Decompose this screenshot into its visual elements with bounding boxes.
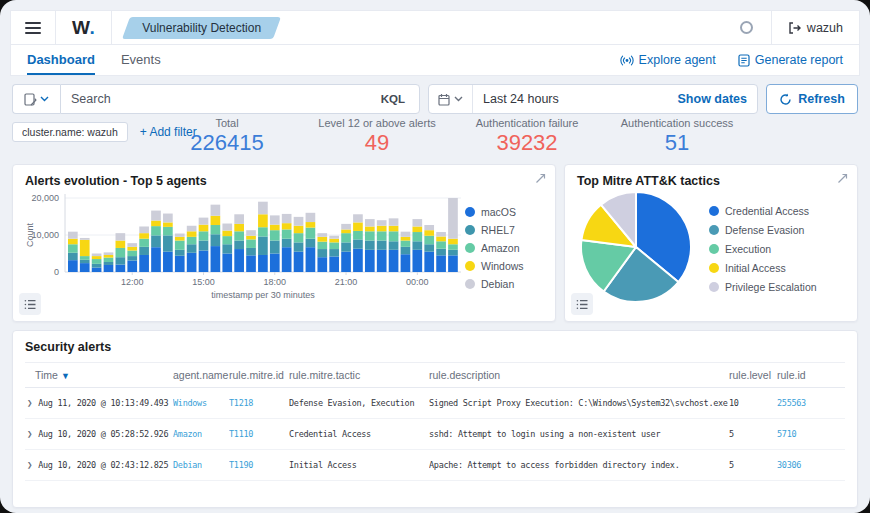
legend-item[interactable]: Debian	[465, 278, 543, 290]
bar-segment[interactable]	[104, 262, 114, 265]
cell-rule-id[interactable]: 255563	[777, 398, 845, 408]
cell-mitre-id[interactable]: T1110	[229, 429, 289, 439]
mitre-tactics-pie-chart[interactable]	[577, 188, 695, 306]
bar-segment[interactable]	[127, 247, 137, 251]
bar-segment[interactable]	[211, 225, 221, 234]
legend-item[interactable]: Privilege Escalation	[709, 281, 845, 293]
bar-segment[interactable]	[258, 202, 268, 215]
bar-segment[interactable]	[270, 241, 280, 254]
bar-segment[interactable]	[294, 233, 304, 242]
bar-segment[interactable]	[389, 226, 399, 232]
bar-segment[interactable]	[68, 232, 78, 239]
cell-agent-name-value[interactable]: Amazon	[173, 429, 202, 439]
bar-segment[interactable]	[234, 241, 244, 250]
bar-segment[interactable]	[329, 256, 339, 272]
bar-segment[interactable]	[151, 211, 161, 221]
bar-segment[interactable]	[116, 248, 126, 257]
bar-segment[interactable]	[234, 249, 244, 272]
bar-segment[interactable]	[211, 205, 221, 216]
bar-segment[interactable]	[175, 241, 185, 250]
expand-row-icon[interactable]: ❯	[27, 429, 32, 439]
bar-segment[interactable]	[187, 237, 197, 244]
column-header-rule-description[interactable]: rule.description	[429, 369, 729, 381]
bar-segment[interactable]	[424, 236, 434, 245]
cell-agent-name-value[interactable]: Debian	[173, 460, 202, 470]
bar-segment[interactable]	[448, 250, 458, 256]
inspector-button[interactable]	[571, 293, 593, 315]
notifications-button[interactable]	[722, 21, 771, 34]
legend-item[interactable]: Windows	[465, 260, 543, 272]
bar-segment[interactable]	[353, 249, 363, 272]
bar-segment[interactable]	[401, 237, 411, 241]
bar-segment[interactable]	[436, 236, 446, 241]
tab-events[interactable]: Events	[121, 45, 161, 75]
bar-segment[interactable]	[282, 247, 292, 272]
bar-segment[interactable]	[306, 228, 316, 239]
tab-dashboard[interactable]: Dashboard	[27, 45, 95, 75]
bar-segment[interactable]	[294, 252, 304, 272]
bar-segment[interactable]	[401, 254, 411, 272]
bar-segment[interactable]	[139, 239, 149, 247]
bar-segment[interactable]	[234, 214, 244, 224]
bar-segment[interactable]	[92, 254, 102, 257]
bar-segment[interactable]	[92, 264, 102, 268]
bar-segment[interactable]	[187, 244, 197, 253]
bar-segment[interactable]	[80, 256, 90, 260]
bar-segment[interactable]	[282, 214, 292, 223]
bar-segment[interactable]	[199, 241, 209, 251]
bar-segment[interactable]	[127, 251, 137, 257]
column-header-time[interactable]: Time▼	[25, 369, 173, 381]
cell-mitre-id-value[interactable]: T1218	[229, 398, 253, 408]
bar-segment[interactable]	[317, 242, 327, 249]
bar-segment[interactable]	[151, 221, 161, 227]
bar-segment[interactable]	[187, 231, 197, 237]
bar-segment[interactable]	[377, 241, 387, 250]
bar-segment[interactable]	[424, 252, 434, 272]
bar-segment[interactable]	[151, 247, 161, 272]
bar-segment[interactable]	[424, 230, 434, 236]
column-header-rule-mitre-tactic[interactable]: rule.mitre.tactic	[289, 369, 429, 381]
bar-segment[interactable]	[116, 233, 126, 240]
bar-segment[interactable]	[448, 255, 458, 272]
bar-segment[interactable]	[270, 230, 280, 240]
bar-segment[interactable]	[104, 252, 114, 255]
bar-segment[interactable]	[436, 241, 446, 248]
bar-segment[interactable]	[365, 231, 375, 240]
bar-segment[interactable]	[127, 261, 137, 272]
bar-segment[interactable]	[412, 241, 422, 250]
cell-agent-name[interactable]: Debian	[173, 460, 229, 470]
bar-segment[interactable]	[341, 233, 351, 242]
bar-segment[interactable]	[175, 256, 185, 272]
legend-item[interactable]: Initial Access	[709, 262, 845, 274]
legend-item[interactable]: Credential Access	[709, 205, 845, 217]
bar-segment[interactable]	[317, 249, 327, 257]
bar-segment[interactable]	[306, 239, 316, 248]
bar-segment[interactable]	[258, 236, 268, 255]
bar-segment[interactable]	[234, 231, 244, 240]
bar-segment[interactable]	[329, 249, 339, 256]
bar-segment[interactable]	[68, 239, 78, 245]
bar-segment[interactable]	[139, 255, 149, 272]
expand-row-icon[interactable]: ❯	[27, 460, 32, 470]
quick-select-button[interactable]	[429, 85, 473, 113]
bar-segment[interactable]	[104, 255, 114, 258]
bar-segment[interactable]	[341, 229, 351, 233]
cell-agent-name[interactable]: Amazon	[173, 429, 229, 439]
bar-segment[interactable]	[306, 222, 316, 228]
legend-item[interactable]: Amazon	[465, 242, 543, 254]
cell-rule-id-value[interactable]: 255563	[777, 398, 806, 408]
bar-segment[interactable]	[424, 225, 434, 230]
bar-segment[interactable]	[68, 244, 78, 253]
show-dates-button[interactable]: Show dates	[668, 92, 757, 106]
bar-segment[interactable]	[306, 213, 316, 222]
bar-segment[interactable]	[412, 219, 422, 226]
sort-icon[interactable]: ▼	[61, 371, 70, 381]
bar-segment[interactable]	[389, 231, 399, 241]
refresh-button[interactable]: Refresh	[766, 84, 858, 114]
bar-segment[interactable]	[412, 232, 422, 241]
bar-segment[interactable]	[317, 237, 327, 242]
kql-button[interactable]: KQL	[377, 91, 409, 107]
table-row[interactable]: ❯Aug 11, 2020 @ 10:13:49.493WindowsT1218…	[25, 388, 845, 419]
bar-segment[interactable]	[329, 239, 339, 243]
legend-item[interactable]: RHEL7	[465, 224, 543, 236]
